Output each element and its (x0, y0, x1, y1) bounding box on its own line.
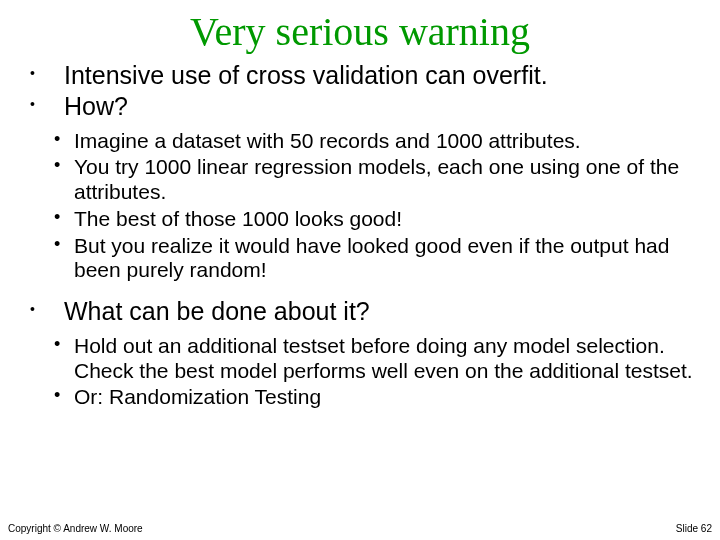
footer-copyright: Copyright © Andrew W. Moore (8, 523, 143, 534)
sub-bullet-item: The best of those 1000 looks good! (60, 207, 710, 232)
sub-bullet-item: Hold out an additional testset before do… (60, 334, 710, 384)
slide: Very serious warning Intensive use of cr… (0, 0, 720, 540)
sub-bullet-item: You try 1000 linear regression models, e… (60, 155, 710, 205)
bullet-item: How? (48, 92, 700, 121)
sub-bullet-list-1: Imagine a dataset with 50 records and 10… (0, 129, 720, 284)
top-bullet-list-2: What can be done about it? (0, 297, 720, 326)
bullet-item: What can be done about it? (48, 297, 700, 326)
slide-title: Very serious warning (0, 0, 720, 59)
footer-slide-number: Slide 62 (676, 523, 712, 534)
sub-bullet-item: Or: Randomization Testing (60, 385, 710, 410)
sub-bullet-item: But you realize it would have looked goo… (60, 234, 710, 284)
sub-bullet-item: Imagine a dataset with 50 records and 10… (60, 129, 710, 154)
top-bullet-list: Intensive use of cross validation can ov… (0, 61, 720, 121)
sub-bullet-list-2: Hold out an additional testset before do… (0, 334, 720, 410)
bullet-item: Intensive use of cross validation can ov… (48, 61, 700, 90)
